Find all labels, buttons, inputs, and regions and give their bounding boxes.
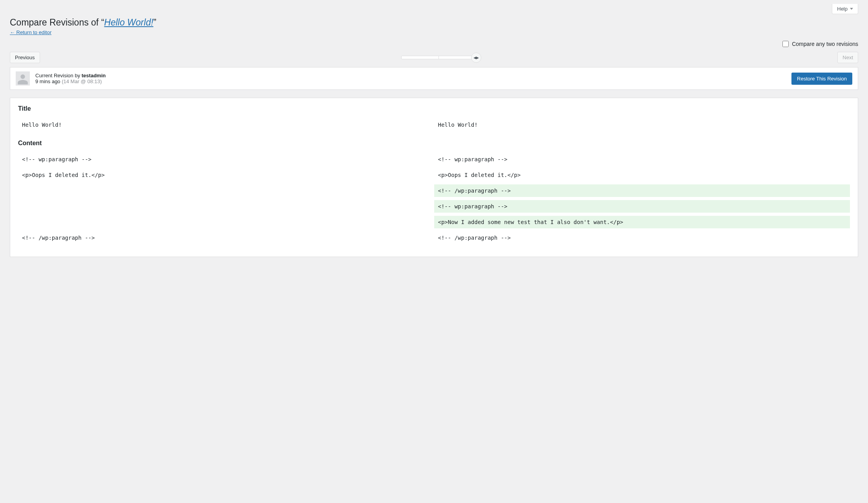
compare-any-two-label[interactable]: Compare any two revisions xyxy=(792,41,858,47)
slider-track xyxy=(401,56,476,59)
diff-cell-left: Hello World! xyxy=(18,118,434,131)
diff-cell-right: <!-- wp:paragraph --> xyxy=(434,153,850,166)
help-button[interactable]: Help xyxy=(832,4,858,14)
slider-handle-icon[interactable]: ◀▶ xyxy=(471,53,481,63)
person-icon xyxy=(16,72,29,86)
diff-cell-right: <!-- wp:paragraph --> xyxy=(434,200,850,213)
restore-revision-button[interactable]: Restore This Revision xyxy=(791,73,852,85)
title-section-heading: Title xyxy=(18,105,850,112)
content-section-heading: Content xyxy=(18,140,850,147)
revision-author-line: Current Revision by testadmin xyxy=(35,73,106,78)
diff-cell-left: <!-- /wp:paragraph --> xyxy=(18,231,434,244)
compare-any-two-checkbox[interactable] xyxy=(782,41,789,47)
return-to-editor-link[interactable]: ← Return to editor xyxy=(10,29,51,35)
content-diff-table: <!-- wp:paragraph --><!-- wp:paragraph -… xyxy=(18,153,850,244)
revision-meta-card: Current Revision by testadmin 9 mins ago… xyxy=(10,67,858,90)
diff-cell-right: <p>Oops I deleted it.</p> xyxy=(434,169,850,181)
help-label: Help xyxy=(837,6,848,12)
title-diff-table: Hello World!Hello World! xyxy=(18,118,850,131)
diff-cell-left: <p>Oops I deleted it.</p> xyxy=(18,169,434,181)
diff-cell-left xyxy=(18,184,434,197)
diff-cell-right: Hello World! xyxy=(434,118,850,131)
diff-cell-right: <!-- /wp:paragraph --> xyxy=(434,184,850,197)
page-title: Compare Revisions of “Hello World!” xyxy=(10,17,858,28)
avatar xyxy=(16,71,30,86)
post-title-link[interactable]: Hello World! xyxy=(104,17,153,27)
diff-cell-right: <p>Now I added some new test that I also… xyxy=(434,216,850,228)
diff-cell-right: <!-- /wp:paragraph --> xyxy=(434,231,850,244)
diff-cell-left xyxy=(18,200,434,213)
diff-cell-left: <!-- wp:paragraph --> xyxy=(18,153,434,166)
next-button: Next xyxy=(837,52,858,63)
diff-cell-left xyxy=(18,216,434,228)
revision-timestamp-line: 9 mins ago (14 Mar @ 08:13) xyxy=(35,78,106,84)
revision-slider[interactable]: ◀▶ xyxy=(401,56,476,59)
chevron-down-icon xyxy=(850,8,853,10)
previous-button[interactable]: Previous xyxy=(10,52,40,63)
diff-card: Title Hello World!Hello World! Content <… xyxy=(10,98,858,257)
